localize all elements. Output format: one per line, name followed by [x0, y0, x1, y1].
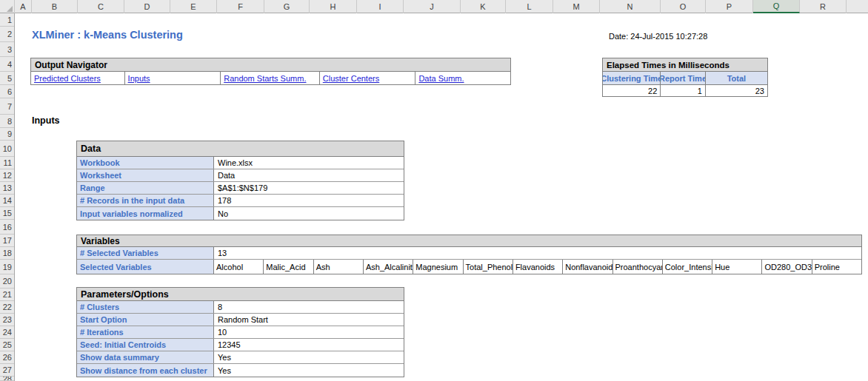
output-navigator-link[interactable]: Inputs — [128, 74, 150, 83]
variable-name-cell[interactable]: Proanthocyanins — [613, 260, 663, 274]
row-value-cell[interactable]: 12345 — [214, 339, 404, 351]
row-header[interactable]: 11 — [0, 157, 15, 169]
table-row: # Records in the input data 178 — [77, 195, 404, 207]
variable-name-cell[interactable]: Proline — [812, 260, 861, 274]
output-navigator-link-cell[interactable]: Data Summ. — [415, 72, 510, 84]
column-header[interactable]: E — [170, 0, 217, 13]
row-header[interactable]: 3 — [0, 42, 15, 57]
row-header[interactable]: 23 — [0, 314, 15, 326]
output-navigator-link[interactable]: Random Starts Summ. — [224, 74, 306, 83]
row-header-strip: 1234567891011121314151617181920212223242… — [0, 13, 15, 381]
selected-variables-row: Selected Variables AlcoholMalic_AcidAshA… — [77, 260, 861, 274]
table-row: Show distance from each cluster Yes — [77, 364, 404, 377]
variable-name-cell[interactable]: Color_Intensity — [663, 260, 712, 274]
output-navigator-link[interactable]: Data Summ. — [418, 74, 464, 83]
column-header[interactable]: J — [404, 0, 461, 13]
row-header[interactable]: 7 — [0, 98, 15, 115]
row-header[interactable]: 15 — [0, 207, 15, 220]
column-header[interactable]: M — [553, 0, 600, 13]
select-all-corner[interactable] — [0, 0, 15, 13]
column-header[interactable]: C — [78, 0, 124, 13]
data-table-header: Data — [77, 141, 404, 157]
column-header[interactable]: R — [800, 0, 847, 13]
table-row: Show data summary Yes — [77, 351, 404, 364]
column-header[interactable]: D — [124, 0, 170, 13]
row-label-cell: Workbook — [77, 157, 214, 169]
output-navigator-link-cell[interactable]: Predicted Clusters — [31, 72, 125, 84]
column-header[interactable]: N — [600, 0, 661, 13]
row-header[interactable]: 2 — [0, 27, 15, 42]
column-header[interactable]: A — [15, 0, 32, 13]
output-navigator-link[interactable]: Predicted Clusters — [34, 74, 101, 83]
elapsed-times-value-cell[interactable]: 22 — [603, 85, 661, 96]
row-header[interactable]: 1 — [0, 13, 15, 27]
row-header[interactable]: 28 — [0, 377, 15, 381]
column-header[interactable]: B — [32, 0, 78, 13]
row-value-cell[interactable]: Yes — [214, 351, 404, 363]
row-value-cell[interactable]: 13 — [214, 247, 861, 259]
column-header[interactable]: H — [310, 0, 357, 13]
variable-name-cell[interactable]: Nonflavanoid_Phenols — [563, 260, 612, 274]
elapsed-times-column-label: Clustering Time — [603, 72, 661, 84]
table-row: Worksheet Data — [77, 169, 404, 182]
row-value-cell[interactable]: 178 — [214, 195, 404, 206]
row-header[interactable]: 20 — [0, 274, 15, 289]
row-value-cell[interactable]: 10 — [214, 326, 404, 338]
elapsed-times-value-cell[interactable]: 23 — [706, 85, 767, 96]
row-header[interactable]: 9 — [0, 128, 15, 141]
elapsed-times-header: Elapsed Times in Milliseconds — [603, 58, 767, 72]
output-navigator-link-cell[interactable]: Random Starts Summ. — [221, 72, 320, 84]
row-header[interactable]: 27 — [0, 364, 15, 377]
row-value-cell[interactable]: No — [214, 207, 404, 220]
row-header[interactable]: 13 — [0, 182, 15, 195]
row-header[interactable]: 6 — [0, 85, 15, 98]
row-header[interactable]: 17 — [0, 235, 15, 247]
elapsed-times-value-cell[interactable]: 1 — [661, 85, 705, 96]
row-header[interactable]: 16 — [0, 220, 15, 235]
row-value-cell[interactable]: Wine.xlsx — [214, 157, 404, 169]
row-header[interactable]: 19 — [0, 260, 15, 274]
column-header[interactable]: O — [661, 0, 706, 13]
row-label-cell: Worksheet — [77, 169, 214, 181]
variable-name-cell[interactable]: Hue — [712, 260, 762, 274]
row-header[interactable]: 5 — [0, 72, 15, 85]
column-header[interactable]: G — [264, 0, 310, 13]
row-header[interactable]: 4 — [0, 57, 15, 72]
column-header[interactable]: P — [706, 0, 753, 13]
row-label-cell: Show data summary — [77, 351, 214, 363]
parameters-rows: # Clusters 8 Start Option Random Start #… — [77, 301, 404, 377]
output-navigator-link-cell[interactable]: Inputs — [125, 72, 221, 84]
row-header[interactable]: 8 — [0, 115, 15, 128]
row-header[interactable]: 22 — [0, 301, 15, 314]
row-value-cell[interactable]: Random Start — [214, 314, 404, 326]
row-header[interactable]: 10 — [0, 141, 15, 157]
variable-name-cell[interactable]: OD280_OD315 — [762, 260, 812, 274]
variable-name-cell[interactable]: Flavanoids — [513, 260, 563, 274]
row-header[interactable]: 24 — [0, 326, 15, 339]
column-header[interactable]: Q — [753, 0, 800, 13]
variable-name-cell[interactable]: Alcohol — [214, 260, 264, 274]
row-header[interactable]: 25 — [0, 339, 15, 351]
output-navigator-link-cell[interactable]: Cluster Centers — [320, 72, 416, 84]
row-header[interactable]: 12 — [0, 169, 15, 182]
row-value-cell[interactable]: 8 — [214, 301, 404, 313]
variable-name-cell[interactable]: Ash_Alcalinity — [364, 260, 413, 274]
row-header[interactable]: 21 — [0, 289, 15, 301]
row-value-cell[interactable]: Data — [214, 169, 404, 181]
variable-name-cell[interactable]: Ash — [314, 260, 364, 274]
row-header[interactable]: 26 — [0, 351, 15, 364]
report-date: Date: 24-Jul-2015 10:27:28 — [609, 32, 707, 41]
column-header[interactable]: F — [217, 0, 264, 13]
variable-name-cell[interactable]: Malic_Acid — [264, 260, 313, 274]
inputs-section-heading: Inputs — [32, 115, 60, 126]
row-value-cell[interactable]: Yes — [214, 364, 404, 377]
row-value-cell[interactable]: $A$1:$N$179 — [214, 182, 404, 194]
variable-name-cell[interactable]: Total_Phenols — [464, 260, 513, 274]
column-header[interactable]: I — [357, 0, 404, 13]
output-navigator-link[interactable]: Cluster Centers — [323, 74, 379, 83]
column-header[interactable]: K — [461, 0, 506, 13]
row-header[interactable]: 18 — [0, 247, 15, 260]
variable-name-cell[interactable]: Magnesium — [413, 260, 463, 274]
row-header[interactable]: 14 — [0, 195, 15, 207]
column-header[interactable]: L — [506, 0, 553, 13]
